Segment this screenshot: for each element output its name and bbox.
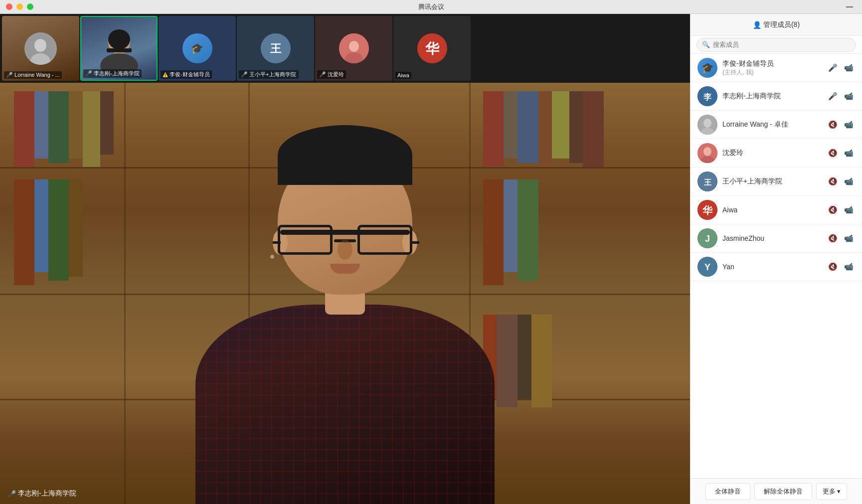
search-input[interactable]	[713, 41, 851, 48]
member-actions-shen: 🔇 📹	[826, 147, 855, 160]
member-actions-wang: 🔇 📹	[826, 175, 855, 188]
member-info-lizhi: 李志刚-上海商学院	[722, 92, 821, 101]
thumb-label-lizhi: 🎤 李志刚-上海商学院	[83, 69, 142, 78]
member-actions-lorraine: 🔇 📹	[826, 118, 855, 131]
thumb-label-shen: 🎤 沈爱玲	[317, 70, 346, 79]
minimize-icon	[846, 6, 856, 7]
cam-button-aiwa[interactable]: 📹	[842, 203, 855, 216]
svg-point-20	[703, 147, 711, 156]
more-button[interactable]: 更多 ▾	[816, 483, 848, 500]
member-info-lijun: 李俊-财金辅导员 (主持人, 我)	[722, 59, 821, 77]
sidebar-bottom: 全体静音 解除全体静音 更多 ▾	[690, 478, 862, 504]
thumbnail-lizhi[interactable]: 🎤 李志刚-上海商学院	[80, 16, 158, 81]
cam-button-lizhi[interactable]: 📹	[842, 90, 855, 103]
mic-button-wang[interactable]: 🔇	[826, 175, 839, 188]
window-title: 腾讯会议	[418, 2, 444, 11]
thumb-label-lorraine: 🎤 Lorraine Wang - ...	[4, 71, 62, 79]
thumbnail-wang[interactable]: 王 🎤 王小平+上海商学院	[237, 16, 314, 81]
svg-point-10	[349, 41, 359, 52]
thumbnail-aiwa[interactable]: 华 Aiwa	[393, 16, 471, 81]
member-info-lorraine: Lorraine Wang - 卓佳	[722, 120, 821, 129]
member-actions-yan: 🔇 📹	[826, 260, 855, 273]
cam-button-yan[interactable]: 📹	[842, 260, 855, 273]
maximize-button[interactable]	[27, 3, 33, 10]
sidebar-header: 👤 管理成员(8)	[690, 14, 862, 36]
member-item-shen[interactable]: 沈爱玲 🔇 📹	[690, 139, 862, 168]
member-actions-lijun: 🎤 📹	[826, 61, 855, 74]
titlebar-right	[846, 6, 856, 7]
thumbnails-strip: 🎤 Lorraine Wang - ... �	[0, 14, 690, 83]
member-item-aiwa[interactable]: 华 Aiwa 🔇 📹	[690, 196, 862, 224]
window-controls[interactable]	[6, 3, 33, 10]
thumbnail-lorraine[interactable]: 🎤 Lorraine Wang - ...	[2, 16, 79, 81]
svg-text:Y: Y	[704, 262, 710, 272]
member-actions-aiwa: 🔇 📹	[826, 203, 855, 216]
avatar-wang: 王	[697, 171, 717, 191]
member-info-shen: 沈爱玲	[722, 149, 821, 158]
sidebar-search: 🔍	[690, 36, 862, 54]
unmute-all-button[interactable]: 解除全体静音	[754, 483, 812, 500]
thumbnail-shen[interactable]: 🎤 沈爱玲	[315, 16, 392, 81]
cam-button-wang[interactable]: 📹	[842, 175, 855, 188]
mic-button-lijun[interactable]: 🎤	[826, 61, 839, 74]
search-icon: 🔍	[702, 41, 710, 48]
avatar-yan: Y	[697, 257, 717, 277]
member-info-wang: 王小平+上海商学院	[722, 177, 821, 186]
svg-point-5	[108, 29, 130, 49]
svg-text:华: 华	[702, 205, 713, 216]
svg-text:王: 王	[704, 178, 712, 186]
member-item-lijun[interactable]: 🎓 李俊-财金辅导员 (主持人, 我) 🎤 📹	[690, 54, 862, 82]
member-actions-jasmine: 🔇 📹	[826, 232, 855, 245]
member-info-jasmine: JasmineZhou	[722, 234, 821, 242]
svg-text:J: J	[705, 234, 710, 244]
mic-button-shen[interactable]: 🔇	[826, 147, 839, 160]
mute-all-button[interactable]: 全体静音	[705, 483, 750, 500]
thumb-label-aiwa: Aiwa	[395, 72, 411, 79]
mic-button-lorraine[interactable]: 🔇	[826, 118, 839, 131]
avatar-lizhi: 李	[697, 86, 717, 106]
close-button[interactable]	[6, 3, 12, 10]
member-item-jasmine[interactable]: J JasmineZhou 🔇 📹	[690, 224, 862, 253]
video-area: 🎤 Lorraine Wang - ... �	[0, 14, 690, 504]
member-actions-lizhi: 🎤 📹	[826, 90, 855, 103]
mic-button-jasmine[interactable]: 🔇	[826, 232, 839, 245]
thumb-label-wang: 🎤 王小平+上海商学院	[239, 70, 299, 79]
svg-text:华: 华	[425, 41, 440, 56]
admin-icon: 👤	[753, 21, 761, 29]
cam-button-lijun[interactable]: 📹	[842, 61, 855, 74]
titlebar: 腾讯会议	[0, 0, 862, 14]
avatar-lijun: 🎓	[697, 58, 717, 78]
svg-text:王: 王	[270, 42, 282, 55]
avatar-shen	[697, 143, 717, 163]
cam-button-shen[interactable]: 📹	[842, 147, 855, 160]
main-video-label: 🎤 李志刚-上海商学院	[8, 489, 76, 498]
avatar-aiwa: 华	[697, 200, 717, 220]
mic-button-yan[interactable]: 🔇	[826, 260, 839, 273]
thumb-label-lijun: ⚠️ 李俊-财金辅导员	[161, 70, 212, 79]
thumbnail-lijun[interactable]: 🎓 ⚠️ 李俊-财金辅导员	[159, 16, 236, 81]
member-item-lorraine[interactable]: Lorraine Wang - 卓佳 🔇 📹	[690, 111, 862, 139]
cam-button-lorraine[interactable]: 📹	[842, 118, 855, 131]
cam-button-jasmine[interactable]: 📹	[842, 232, 855, 245]
main-video: 🎤 李志刚-上海商学院	[0, 83, 690, 504]
svg-point-1	[34, 39, 46, 52]
avatar-lorraine	[697, 115, 717, 135]
svg-point-17	[703, 119, 711, 128]
minimize-button[interactable]	[16, 3, 23, 10]
mic-button-lizhi[interactable]: 🎤	[826, 90, 839, 103]
svg-rect-6	[107, 48, 132, 52]
member-info-yan: Yan	[722, 263, 821, 271]
mic-button-aiwa[interactable]: 🔇	[826, 203, 839, 216]
search-input-wrap[interactable]: 🔍	[696, 38, 856, 52]
svg-text:李: 李	[703, 93, 711, 101]
sidebar: 👤 管理成员(8) 🔍 🎓 李俊-财金辅导员 (主持人, 我)	[690, 14, 862, 504]
mic-on-icon: 🎤	[8, 490, 16, 498]
member-item-wang[interactable]: 王 王小平+上海商学院 🔇 📹	[690, 168, 862, 196]
member-list: 🎓 李俊-财金辅导员 (主持人, 我) 🎤 📹 李	[690, 54, 862, 478]
main-container: 🎤 Lorraine Wang - ... �	[0, 14, 862, 504]
member-item-yan[interactable]: Y Yan 🔇 📹	[690, 253, 862, 281]
sidebar-title: 👤 管理成员(8)	[753, 20, 800, 29]
member-info-aiwa: Aiwa	[722, 206, 821, 214]
member-item-lizhi[interactable]: 李 李志刚-上海商学院 🎤 📹	[690, 82, 862, 111]
avatar-jasmine: J	[697, 228, 717, 248]
